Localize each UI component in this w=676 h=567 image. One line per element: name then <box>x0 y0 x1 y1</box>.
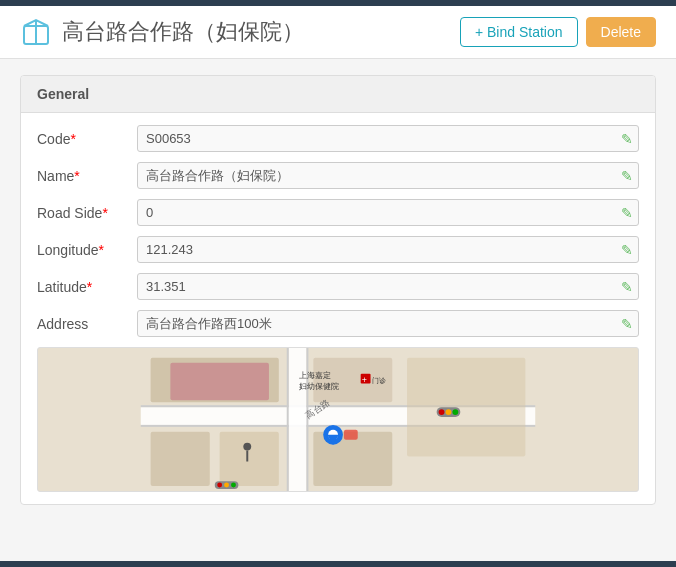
field-input-wrap-4: ✎ <box>137 273 639 300</box>
svg-rect-8 <box>287 348 289 491</box>
field-input-address[interactable] <box>137 310 639 337</box>
field-label-2: Road Side* <box>37 205 137 221</box>
main-content: General Code*✎Name*✎Road Side*✎Longitude… <box>0 59 676 521</box>
svg-point-26 <box>452 409 458 415</box>
field-input-longitude[interactable] <box>137 236 639 263</box>
field-input-wrap-2: ✎ <box>137 199 639 226</box>
form-row-code: Code*✎ <box>37 125 639 152</box>
svg-rect-13 <box>220 432 279 486</box>
map-svg: 高台路 上海嘉定 妇幼保健院 + 门诊 <box>38 348 638 491</box>
field-label-0: Code* <box>37 131 137 147</box>
field-input-wrap-0: ✎ <box>137 125 639 152</box>
edit-icon-0[interactable]: ✎ <box>621 131 633 147</box>
svg-text:上海嘉定: 上海嘉定 <box>299 371 331 380</box>
field-input-road-side[interactable] <box>137 199 639 226</box>
svg-point-25 <box>445 409 451 415</box>
required-star: * <box>74 168 79 184</box>
delete-button[interactable]: Delete <box>586 17 656 47</box>
required-star: * <box>70 131 75 147</box>
field-input-name[interactable] <box>137 162 639 189</box>
edit-icon-1[interactable]: ✎ <box>621 168 633 184</box>
box-icon <box>20 16 52 48</box>
svg-text:妇幼保健院: 妇幼保健院 <box>299 382 339 391</box>
required-star: * <box>102 205 107 221</box>
bind-station-button[interactable]: + Bind Station <box>460 17 578 47</box>
field-label-1: Name* <box>37 168 137 184</box>
svg-rect-12 <box>151 432 210 486</box>
edit-icon-2[interactable]: ✎ <box>621 205 633 221</box>
svg-rect-15 <box>407 358 525 457</box>
card-body: Code*✎Name*✎Road Side*✎Longitude*✎Latitu… <box>21 113 655 504</box>
field-input-wrap-1: ✎ <box>137 162 639 189</box>
field-label-5: Address <box>37 316 137 332</box>
svg-text:+: + <box>362 375 367 385</box>
header: 高台路合作路（妇保院） + Bind Station Delete <box>0 6 676 59</box>
form-row-road-side: Road Side*✎ <box>37 199 639 226</box>
svg-point-35 <box>243 443 251 451</box>
field-label-3: Longitude* <box>37 242 137 258</box>
header-left: 高台路合作路（妇保院） <box>20 16 304 48</box>
svg-rect-30 <box>344 430 358 440</box>
required-star: * <box>99 242 104 258</box>
required-star: * <box>87 279 92 295</box>
edit-icon-3[interactable]: ✎ <box>621 242 633 258</box>
svg-rect-7 <box>289 348 307 491</box>
map-container: 高台路 上海嘉定 妇幼保健院 + 门诊 <box>37 347 639 492</box>
form-row-latitude: Latitude*✎ <box>37 273 639 300</box>
svg-point-34 <box>231 483 236 488</box>
card-header: General <box>21 76 655 113</box>
svg-point-24 <box>439 409 445 415</box>
field-input-wrap-3: ✎ <box>137 236 639 263</box>
header-actions: + Bind Station Delete <box>460 17 656 47</box>
general-card: General Code*✎Name*✎Road Side*✎Longitude… <box>20 75 656 505</box>
edit-icon-5[interactable]: ✎ <box>621 316 633 332</box>
page-title: 高台路合作路（妇保院） <box>62 17 304 47</box>
form-row-longitude: Longitude*✎ <box>37 236 639 263</box>
svg-point-32 <box>217 483 222 488</box>
form-row-name: Name*✎ <box>37 162 639 189</box>
field-input-latitude[interactable] <box>137 273 639 300</box>
svg-point-33 <box>224 483 229 488</box>
svg-text:门诊: 门诊 <box>372 377 386 385</box>
field-label-4: Latitude* <box>37 279 137 295</box>
edit-icon-4[interactable]: ✎ <box>621 279 633 295</box>
field-input-wrap-5: ✎ <box>137 310 639 337</box>
form-row-address: Address✎ <box>37 310 639 337</box>
field-input-code[interactable] <box>137 125 639 152</box>
svg-rect-16 <box>170 363 269 400</box>
